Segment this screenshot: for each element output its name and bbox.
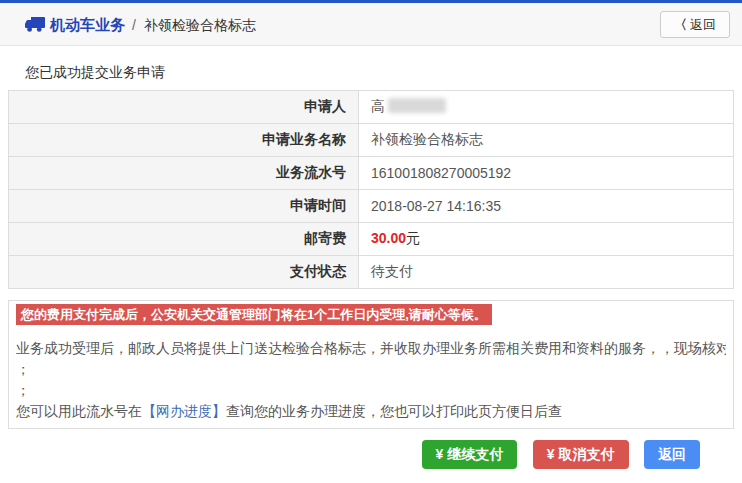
yen-icon: ¥ (547, 446, 555, 462)
return-button[interactable]: 返回 (644, 440, 700, 469)
progress-link[interactable]: 【网办进度】 (142, 403, 226, 419)
fee-amount: 30.00 (371, 230, 406, 246)
continue-pay-label: 继续支付 (447, 446, 503, 462)
return-label: 返回 (658, 446, 686, 462)
yen-icon: ¥ (436, 446, 444, 462)
fee-unit: 元 (406, 230, 420, 246)
row-label: 申请业务名称 (9, 124, 359, 157)
row-value: 高 (359, 91, 734, 124)
success-message: 您已成功提交业务申请 (25, 64, 165, 82)
table-row-applicant: 申请人 高 (9, 91, 734, 124)
breadcrumb-separator: / (132, 17, 136, 33)
alert-banner: 您的费用支付完成后，公安机关交通管理部门将在1个工作日内受理,请耐心等候。 (16, 304, 492, 325)
table-row-apply-time: 申请时间 2018-08-27 14:16:35 (9, 190, 734, 223)
table-row-serial-number: 业务流水号 161001808270005192 (9, 157, 734, 190)
breadcrumb-section[interactable]: 机动车业务 (50, 16, 125, 35)
table-row-postage-fee: 邮寄费 30.00元 (9, 223, 734, 256)
truck-icon (25, 16, 45, 33)
row-value: 补领检验合格标志 (359, 124, 734, 157)
notice-line-service: 业务成功受理后，邮政人员将提供上门送达检验合格标志，并收取办理业务所需相关费用和… (16, 338, 726, 359)
row-label: 支付状态 (9, 256, 359, 289)
progress-text-after: 查询您的业务办理进度，您也可以打印此页方便日后查 (226, 403, 562, 419)
header-back-button[interactable]: 〈返回 (660, 11, 730, 38)
progress-text-before: 您可以用此流水号在 (16, 403, 142, 419)
notice-line-semicolon-2: ； (16, 380, 726, 401)
redacted-name-blur (388, 98, 446, 113)
details-table: 申请人 高 申请业务名称 补领检验合格标志 业务流水号 161001808270… (8, 90, 734, 289)
notice-box: 您的费用支付完成后，公安机关交通管理部门将在1个工作日内受理,请耐心等候。 业务… (8, 300, 734, 429)
table-row-business-name: 申请业务名称 补领检验合格标志 (9, 124, 734, 157)
row-label: 邮寄费 (9, 223, 359, 256)
notice-line-semicolon-1: ； (16, 359, 726, 380)
continue-pay-button[interactable]: ¥继续支付 (422, 440, 518, 469)
cancel-pay-button[interactable]: ¥取消支付 (533, 440, 629, 469)
action-bar: ¥继续支付 ¥取消支付 返回 (411, 440, 701, 470)
cancel-pay-label: 取消支付 (559, 446, 615, 462)
page: 机动车业务 / 补领检验合格标志 〈返回 您已成功提交业务申请 申请人 高 申请… (0, 0, 742, 483)
header-back-label: 返回 (690, 17, 716, 32)
row-value: 161001808270005192 (359, 157, 734, 190)
table-row-payment-status: 支付状态 待支付 (9, 256, 734, 289)
row-label: 申请时间 (9, 190, 359, 223)
row-value: 待支付 (359, 256, 734, 289)
row-value: 2018-08-27 14:16:35 (359, 190, 734, 223)
row-value: 30.00元 (359, 223, 734, 256)
row-label: 申请人 (9, 91, 359, 124)
notice-line-progress: 您可以用此流水号在【网办进度】查询您的业务办理进度，您也可以打印此页方便日后查 (16, 401, 726, 422)
back-chevron-icon: 〈 (674, 17, 687, 32)
breadcrumb-page: 补领检验合格标志 (144, 17, 256, 35)
row-label: 业务流水号 (9, 157, 359, 190)
header: 机动车业务 / 补领检验合格标志 〈返回 (0, 3, 742, 46)
